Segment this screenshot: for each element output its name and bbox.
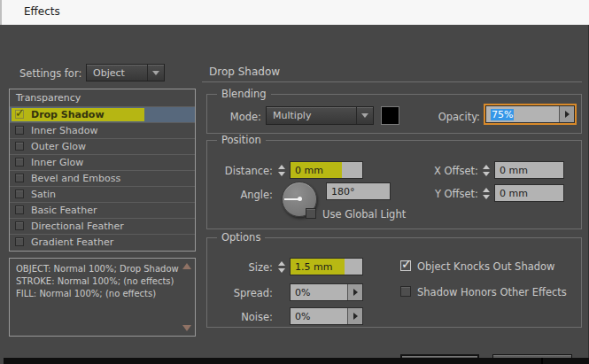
page-title: Drop Shadow [209,66,280,78]
gradient-feather-checkbox[interactable] [15,237,24,246]
object-knocks-out-shadow-checkbox[interactable] [400,260,411,271]
summary-line-stroke: STROKE: Normal 100%; (no effects) [16,275,181,288]
summary-line-object: OBJECT: Normal 100%; Drop Shadow [16,263,181,275]
settings-for-label: Settings for: [19,67,81,80]
stepper-down-icon[interactable] [483,172,490,176]
y-offset-value: 0 mm [500,188,528,199]
scroll-down-icon[interactable] [182,325,191,331]
x-offset-stepper[interactable] [480,160,492,180]
noise-popup-button[interactable] [347,308,362,324]
stepper-up-icon[interactable] [278,261,285,266]
mode-dropdown[interactable]: Multiply [266,106,374,125]
arrow-right-icon [565,111,570,118]
effects-list-header: Transparency [10,89,195,107]
mode-label: Mode: [206,111,261,123]
opacity-label: Opacity: [425,111,480,123]
stepper-down-icon[interactable] [483,195,490,199]
shadow-honors-other-effects-label: Shadow Honors Other Effects [417,286,567,298]
heading-divider [202,81,582,82]
distance-stepper[interactable] [275,160,287,180]
effects-list: Transparency Drop Shadow Inner Shadow Ou… [9,89,196,252]
shadow-color-swatch[interactable] [381,106,399,125]
noise-value: 0% [295,311,310,322]
settings-for-dropdown[interactable]: Object [86,64,165,81]
spread-label: Spread: [206,287,273,299]
arrow-right-icon [353,313,358,320]
settings-for-dropdown-button[interactable] [147,65,164,81]
dialog-bottom-tick [541,358,543,364]
y-offset-stepper[interactable] [480,183,492,203]
stepper-up-icon[interactable] [483,188,490,192]
effects-dialog: Settings for: Object Drop Shadow Transpa… [0,25,589,364]
use-global-light-checkbox[interactable] [306,208,316,219]
list-item-bevel-and-emboss[interactable]: Bevel and Emboss [10,171,195,187]
list-item-drop-shadow[interactable]: Drop Shadow [10,107,195,123]
arrow-right-icon [353,289,358,296]
size-field[interactable]: 1.5 mm [290,258,363,275]
dialog-bottom-edge [4,358,589,364]
stepper-up-icon[interactable] [278,165,285,169]
list-item-basic-feather[interactable]: Basic Feather [10,203,195,219]
stepper-down-icon[interactable] [278,172,285,176]
mode-dropdown-button[interactable] [356,107,373,124]
settings-for-value: Object [87,67,147,79]
noise-label: Noise: [206,311,273,323]
y-offset-label: Y Offset: [415,188,478,200]
inner-glow-checkbox[interactable] [15,158,24,167]
x-offset-label: X Offset: [415,165,478,177]
chevron-down-icon [152,71,159,75]
chevron-down-icon [361,113,368,118]
inner-shadow-checkbox[interactable] [15,126,24,135]
list-item-inner-glow[interactable]: Inner Glow [10,155,195,171]
bevel-emboss-checkbox[interactable] [15,174,24,182]
summary-line-fill: FILL: Normal 100%; (no effects) [16,288,181,300]
stepper-down-icon[interactable] [278,268,285,273]
outer-glow-checkbox[interactable] [15,142,24,151]
list-item-directional-feather[interactable]: Directional Feather [10,219,195,235]
x-offset-field[interactable]: 0 mm [494,161,564,179]
window-title: Effects [24,5,60,18]
stepper-up-icon[interactable] [483,165,490,169]
satin-checkbox[interactable] [15,190,24,198]
shadow-honors-other-effects-checkbox[interactable] [400,286,411,297]
distance-label: Distance: [206,165,273,177]
y-offset-field[interactable]: 0 mm [494,184,564,202]
size-value: 1.5 mm [295,261,332,273]
drop-shadow-checkbox[interactable] [15,110,24,119]
position-legend: Position [217,134,266,146]
opacity-field[interactable]: 75% [485,105,575,123]
angle-value: 180° [331,186,355,197]
angle-field[interactable]: 180° [326,182,391,200]
noise-field[interactable]: 0% [290,307,363,325]
effects-summary-box: OBJECT: Normal 100%; Drop Shadow STROKE:… [9,258,196,337]
object-knocks-out-shadow-label: Object Knocks Out Shadow [417,260,555,273]
list-item-gradient-feather[interactable]: Gradient Feather [10,235,195,251]
basic-feather-checkbox[interactable] [15,205,24,214]
spread-value: 0% [295,287,310,298]
title-bar: Effects [0,0,589,25]
distance-value: 0 mm [295,165,323,176]
x-offset-value: 0 mm [500,165,528,176]
list-item-outer-glow[interactable]: Outer Glow [10,139,195,155]
list-item-inner-shadow[interactable]: Inner Shadow [10,123,195,139]
size-label: Size: [206,261,273,274]
opacity-selected-text: 75% [491,109,514,120]
directional-feather-checkbox[interactable] [15,221,24,230]
spread-popup-button[interactable] [347,284,362,300]
angle-hub [298,197,302,201]
mode-value: Multiply [267,110,356,121]
scroll-up-icon[interactable] [182,263,191,269]
spread-field[interactable]: 0% [290,283,363,301]
use-global-light-label: Use Global Light [322,208,406,221]
list-item-satin[interactable]: Satin [10,187,195,203]
options-legend: Options [217,231,265,244]
opacity-popup-button[interactable] [559,106,574,122]
distance-field[interactable]: 0 mm [290,161,363,179]
angle-label: Angle: [206,189,273,201]
blending-legend: Blending [217,88,271,100]
size-stepper[interactable] [275,257,287,276]
